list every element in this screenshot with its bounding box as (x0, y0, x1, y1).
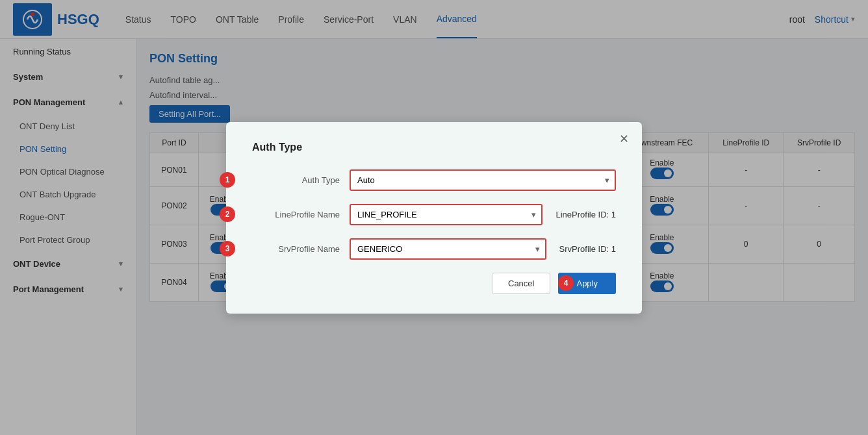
srv-profile-select[interactable]: GENERICO (350, 238, 546, 260)
modal-actions: 4 Cancel Apply (252, 273, 616, 294)
line-profile-label: LineProfile Name (252, 210, 350, 219)
srv-profile-row: 3 SrvProfile Name GENERICO SrvProfile ID… (252, 238, 616, 260)
auth-type-label: Auth Type (252, 175, 350, 185)
auth-type-modal: Auth Type ✕ 1 Auth Type Auto Manual Pass… (226, 122, 642, 314)
srv-profile-select-wrap: GENERICO (350, 238, 546, 260)
step-badge-2: 2 (220, 206, 235, 222)
modal-close-button[interactable]: ✕ (619, 132, 629, 146)
step-badge-1: 1 (220, 172, 235, 188)
line-profile-select[interactable]: LINE_PROFILE (350, 204, 542, 225)
modal-title: Auth Type (252, 142, 616, 153)
auth-type-select-wrap: Auto Manual Password (350, 169, 616, 191)
auth-type-row: 1 Auth Type Auto Manual Password (252, 169, 616, 191)
line-profile-id-label: LineProfile ID: 1 (555, 210, 616, 219)
cancel-button[interactable]: Cancel (492, 273, 550, 294)
srv-profile-label: SrvProfile Name (252, 244, 350, 254)
srv-profile-id-label: SrvProfile ID: 1 (559, 244, 616, 254)
line-profile-select-wrap: LINE_PROFILE (350, 204, 542, 225)
line-profile-row: 2 LineProfile Name LINE_PROFILE LineProf… (252, 204, 616, 225)
step-badge-3: 3 (220, 241, 235, 256)
auth-type-select[interactable]: Auto Manual Password (350, 169, 616, 191)
step-badge-4: 4 (558, 275, 574, 291)
modal-overlay: Auth Type ✕ 1 Auth Type Auto Manual Pass… (0, 0, 868, 435)
